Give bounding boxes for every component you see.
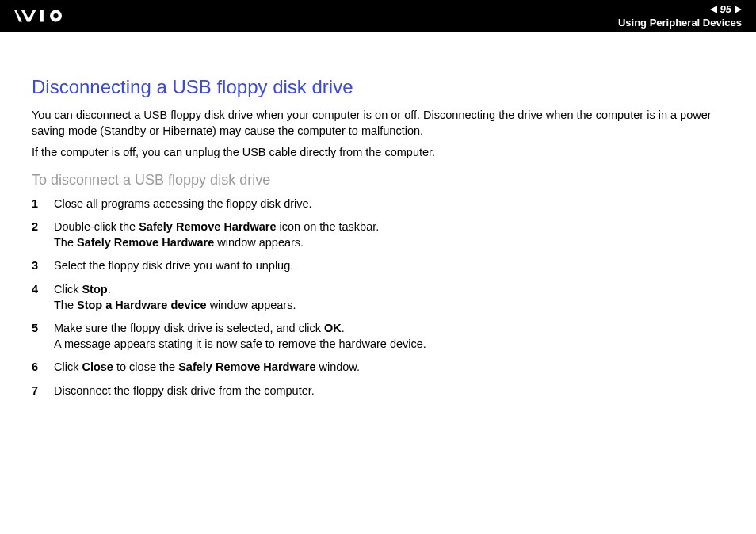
step-item: Select the floppy disk drive you want to… — [32, 258, 724, 274]
step-bold-text: Stop a Hardware device — [77, 299, 207, 311]
section-title: Using Peripheral Devices — [618, 17, 742, 29]
step-text: window appears. — [207, 299, 296, 311]
step-text: to close the — [113, 360, 178, 373]
step-item: Make sure the floppy disk drive is selec… — [32, 321, 724, 352]
step-item: Double-click the Safely Remove Hardware … — [32, 219, 724, 250]
step-bold-text: Safely Remove Hardware — [77, 236, 214, 249]
step-item: Click Stop.The Stop a Hardware device wi… — [32, 282, 724, 313]
procedure-heading: To disconnect a USB floppy disk drive — [32, 172, 724, 189]
intro-paragraph-2: If the computer is off, you can unplug t… — [32, 145, 724, 161]
step-item: Click Close to close the Safely Remove H… — [32, 360, 724, 376]
step-text: The — [54, 299, 77, 311]
step-text: Close all programs accessing the floppy … — [54, 197, 312, 210]
vaio-logo — [14, 9, 94, 23]
page-content: Disconnecting a USB floppy disk drive Yo… — [0, 32, 756, 399]
steps-list: Close all programs accessing the floppy … — [32, 196, 724, 399]
page-navigation: 95 — [618, 3, 742, 16]
step-bold-text: Stop — [82, 283, 107, 296]
step-bold-text: Safely Remove Hardware — [139, 220, 276, 233]
step-bold-text: OK — [324, 322, 342, 334]
step-text: . — [342, 322, 345, 334]
intro-paragraph-1: You can disconnect a USB floppy disk dri… — [32, 108, 724, 139]
step-text: Make sure the floppy disk drive is selec… — [54, 322, 324, 334]
prev-page-icon[interactable] — [710, 6, 717, 13]
header-right: 95 Using Peripheral Devices — [618, 3, 742, 29]
page-title: Disconnecting a USB floppy disk drive — [32, 76, 724, 98]
step-item: Disconnect the floppy disk drive from th… — [32, 383, 724, 399]
step-text: Click — [54, 360, 82, 373]
step-bold-text: Close — [82, 360, 113, 373]
next-page-icon[interactable] — [735, 6, 742, 13]
step-text: icon on the taskbar. — [276, 220, 379, 233]
step-item: Close all programs accessing the floppy … — [32, 196, 724, 212]
svg-rect-0 — [40, 10, 44, 22]
header-bar: 95 Using Peripheral Devices — [0, 0, 756, 32]
step-text: The — [54, 236, 77, 249]
step-bold-text: Safely Remove Hardware — [178, 360, 315, 373]
step-text: window. — [315, 360, 360, 373]
step-text: Click — [54, 283, 82, 296]
step-text: . — [108, 283, 111, 296]
step-text: Disconnect the floppy disk drive from th… — [54, 384, 315, 397]
page-number: 95 — [720, 3, 731, 16]
step-text: window appears. — [214, 236, 304, 249]
step-text: A message appears stating it is now safe… — [54, 338, 426, 350]
step-text: Double-click the — [54, 220, 139, 233]
step-text: Select the floppy disk drive you want to… — [54, 259, 293, 272]
